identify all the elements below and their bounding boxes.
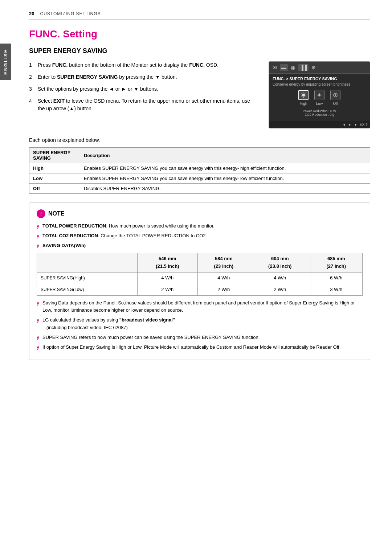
bold-ses: SUPER ENERGY SAVING (57, 74, 118, 80)
numbered-list: 1 Press FUNC. button on the bottom of th… (29, 61, 258, 112)
saving-table-header-685: 685 mm(27 inch) (310, 253, 363, 273)
svg-point-9 (318, 94, 320, 96)
monitor-option-high: High (298, 90, 309, 106)
monitor-nav: ◄ ► ▼ EXIT (269, 121, 370, 128)
main-title: FUNC. Setting (29, 28, 370, 40)
list-text-1: Press FUNC. button on the bottom of the … (38, 61, 258, 69)
note-iec-text: (including broadcast video: IEC 62087) (42, 325, 128, 330)
monitor-display-col: ✉ ▬ ▦ ▐▐ ⊕ FUNC. > SUPER ENERGY SAVING C… (269, 61, 370, 128)
page-header: 20 CUSTOMIZING SETTINGS (29, 11, 370, 20)
list-number-2: 2 (29, 73, 35, 81)
note-bullet-1-text: TOTAL POWER REDUCTION: How much power is… (42, 222, 215, 230)
note-section: ! NOTE y TOTAL POWER REDUCTION: How much… (29, 202, 370, 360)
monitor-nav-left[interactable]: ◄ (342, 123, 346, 127)
table-cell-low-desc: Enables SUPER ENERGY SAVING you can save… (80, 173, 370, 184)
content-row: 1 Press FUNC. button on the bottom of th… (29, 61, 370, 128)
note-footer-bullet-3: y SUPER SAVING refers to how much power … (37, 334, 363, 341)
table-cell-high-desc: Enables SUPER ENERGY SAVING you can save… (80, 163, 370, 173)
saving-table-low-685: 3 W/h (310, 284, 363, 295)
note-footer-bullet-4: y If option of Super Energy Saving is Hi… (37, 344, 363, 351)
monitor-reading-co2: CO2 Reduction : 0 g (273, 113, 366, 116)
saving-table-high-604: 4 W/h (250, 272, 310, 284)
monitor-icon-globe: ⊕ (311, 65, 316, 70)
saving-table-header-546: 546 mm(21.5 inch) (138, 253, 197, 273)
monitor-icon-screen: ▬ (280, 64, 288, 71)
desc-table-col1-header: SUPER ENERGY SAVING (29, 148, 80, 163)
bold-uparrow: ▲ (69, 106, 74, 111)
monitor-option-label-low: Low (316, 102, 323, 106)
note-bullet-1: y TOTAL POWER REDUCTION: How much power … (37, 222, 363, 230)
monitor-content: FUNC. > SUPER ENERGY SAVING Conserve ene… (269, 74, 370, 121)
saving-table-high-685: 6 W/h (310, 272, 363, 284)
note-bullet-2-y: y (37, 232, 41, 240)
note-footer-bullet-3-text: SUPER SAVING refers to how much power ca… (42, 334, 260, 341)
note-header: ! NOTE (37, 209, 363, 218)
svg-point-15 (335, 94, 336, 96)
table-cell-off-desc: Disables SUPER ENERGY SAVING. (80, 184, 370, 194)
saving-table-header-584: 584 mm(23 inch) (197, 253, 250, 273)
list-text-3: Set the options by pressing the ◄ or ► o… (38, 85, 258, 93)
note-bold-broadcast: "broadcast video signal" (119, 317, 175, 323)
monitor-top-icons: ✉ ▬ ▦ ▐▐ ⊕ (269, 62, 370, 74)
saving-table-high-584: 4 W/h (197, 272, 250, 284)
table-row-off: Off Disables SUPER ENERGY SAVING. (29, 184, 370, 194)
note-bullet-3-text: SAVING DATA(W/h) (42, 242, 86, 250)
side-tab-label: ENGLISH (3, 49, 8, 75)
list-number-4: 4 (29, 97, 35, 112)
monitor-options: High Low Off (273, 90, 366, 106)
note-footer-bullet-1-y: y (37, 299, 41, 315)
table-cell-low-label: Low (29, 173, 80, 184)
monitor-option-icon-high (298, 90, 309, 100)
monitor-option-low: Low (314, 90, 324, 106)
saving-table-row-low: SUPER SAVING(Low) 2 W/h 2 W/h 2 W/h 3 W/… (37, 284, 363, 295)
note-bold-co2: TOTAL CO2 REDUCTION (42, 233, 98, 238)
monitor-icon-bars: ▐▐ (298, 64, 309, 71)
note-footer-bullet-2: y LG calculated these values by using "b… (37, 316, 363, 332)
note-bold-tpr: TOTAL POWER REDUCTION (42, 223, 106, 229)
note-body: y TOTAL POWER REDUCTION: How much power … (37, 222, 363, 351)
saving-table: 546 mm(21.5 inch) 584 mm(23 inch) 604 mm… (37, 253, 363, 295)
desc-table-col2-header: Description (80, 148, 370, 163)
saving-table-low-584: 2 W/h (197, 284, 250, 295)
saving-table-header-row: 546 mm(21.5 inch) 584 mm(23 inch) 604 mm… (37, 253, 363, 273)
note-footer-bullet-1-text: Saving Data depends on the Panel. So,tho… (42, 299, 363, 315)
monitor-readings: Power Reduction : 0 W CO2 Reduction : 0 … (273, 109, 366, 116)
note-title-line (70, 214, 363, 214)
note-bullet-2-text: TOTAL CO2 REDUCTION: Change the TOTAL PO… (42, 232, 207, 240)
note-bullet-3-y: y (37, 242, 41, 250)
monitor-reading-power: Power Reduction : 0 W (273, 109, 366, 113)
note-icon: ! (37, 209, 45, 218)
list-item-3: 3 Set the options by pressing the ◄ or ►… (29, 85, 258, 93)
saving-table-label-high: SUPER SAVING(High) (37, 272, 138, 284)
list-item-1: 1 Press FUNC. button on the bottom of th… (29, 61, 258, 69)
table-cell-high-label: High (29, 163, 80, 173)
saving-table-row-high: SUPER SAVING(High) 4 W/h 4 W/h 4 W/h 6 W… (37, 272, 363, 284)
svg-point-0 (302, 94, 305, 97)
section-title: SUPER ENERGY SAVING (29, 47, 370, 55)
monitor-subtitle: Conserve energy by adjusting screen brig… (273, 82, 366, 86)
bold-func-2: FUNC. (189, 62, 205, 68)
saving-table-low-604: 2 W/h (250, 284, 310, 295)
bold-func-1: FUNC. (52, 62, 68, 68)
svg-line-6 (305, 97, 305, 97)
each-option-text: Each option is explained below. (29, 137, 370, 143)
monitor-option-icon-low (314, 90, 324, 100)
side-tab-english: ENGLISH (0, 44, 11, 80)
monitor-box: ✉ ▬ ▦ ▐▐ ⊕ FUNC. > SUPER ENERGY SAVING C… (269, 61, 370, 128)
monitor-nav-right[interactable]: ► (348, 123, 352, 127)
list-text-2: Enter to SUPER ENERGY SAVING by pressing… (38, 73, 258, 81)
saving-table-high-546: 4 W/h (138, 272, 197, 284)
table-row-low: Low Enables SUPER ENERGY SAVING you can … (29, 173, 370, 184)
note-footer-bullet-1: y Saving Data depends on the Panel. So,t… (37, 299, 363, 315)
list-item-2: 2 Enter to SUPER ENERGY SAVING by pressi… (29, 73, 258, 81)
note-footer-bullet-4-text: If option of Super Energy Saving is High… (42, 344, 340, 351)
monitor-nav-down[interactable]: ▼ (354, 123, 358, 127)
svg-line-5 (302, 93, 302, 94)
list-number-3: 3 (29, 85, 35, 93)
svg-line-7 (305, 93, 305, 94)
monitor-nav-exit[interactable]: EXIT (360, 123, 368, 127)
saving-table-header-empty (37, 253, 138, 273)
page-number: 20 (29, 11, 34, 16)
note-footer-bullet-3-y: y (37, 334, 41, 341)
saving-table-label-low: SUPER SAVING(Low) (37, 284, 138, 295)
